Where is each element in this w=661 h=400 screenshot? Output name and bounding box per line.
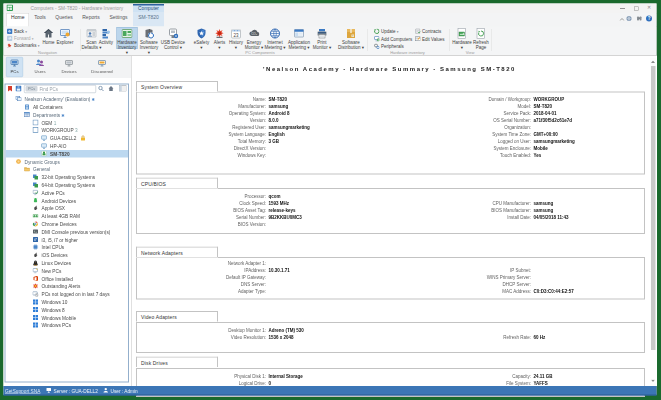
- svg-text:CO₂: CO₂: [251, 32, 258, 36]
- svg-text:23: 23: [233, 33, 239, 38]
